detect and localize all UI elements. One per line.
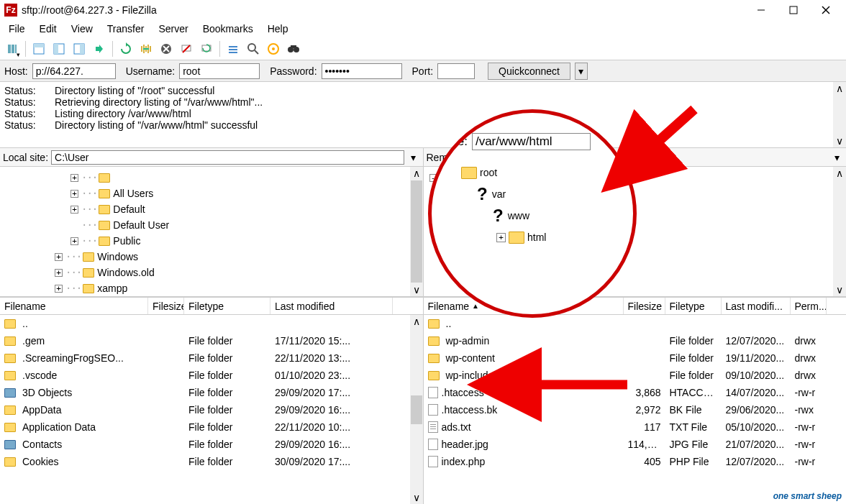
tree-item[interactable]: ?www (481, 205, 629, 226)
column-header[interactable]: Filetype (184, 298, 270, 314)
file-row[interactable]: 3D ObjectsFile folder29/09/2020 17:... (0, 384, 423, 401)
local-site-input[interactable] (51, 150, 404, 165)
port-input[interactable] (437, 63, 475, 79)
username-input[interactable] (179, 63, 260, 79)
close-button[interactable] (809, 0, 842, 20)
host-input[interactable] (32, 63, 116, 79)
toggle-log-icon[interactable] (29, 40, 48, 58)
port-label: Port: (412, 65, 434, 77)
file-row[interactable]: .htaccess3,868HTACCE...14/07/2020...-rw-… (424, 384, 847, 401)
remote-site-dropdown[interactable]: ▾ (830, 152, 843, 163)
menu-file[interactable]: File (3, 22, 31, 36)
file-row[interactable]: .ScreamingFrogSEO...File folder22/11/202… (0, 349, 423, 367)
folder-icon (4, 423, 16, 432)
file-row[interactable]: .. (0, 315, 423, 332)
file-row[interactable]: wp-contentFile folder19/11/2020...drwx (424, 349, 847, 367)
reconnect-icon[interactable] (197, 40, 216, 58)
file-row[interactable]: ads.txt117TXT File05/10/2020...-rw-r (424, 418, 847, 436)
tree-item[interactable]: ?var (465, 183, 629, 205)
file-type: HTACCE... (665, 387, 722, 398)
minimize-button[interactable] (745, 0, 777, 20)
file-row[interactable]: AppDataFile folder29/09/2020 16:... (0, 401, 423, 418)
local-list-scrollbar[interactable]: ∧∨ (410, 315, 423, 504)
file-type: File folder (184, 404, 270, 416)
tree-item[interactable]: root (449, 162, 629, 183)
magnifier-path-input[interactable] (472, 133, 591, 150)
password-input[interactable] (322, 63, 402, 79)
quickconnect-button[interactable]: Quickconnect (488, 63, 570, 80)
folder-icon (83, 284, 94, 293)
status-label: Status: (4, 85, 55, 96)
local-site-dropdown[interactable]: ▾ (407, 152, 420, 163)
column-header[interactable]: Last modifi... (722, 298, 791, 314)
maximize-button[interactable] (777, 0, 809, 20)
file-type: File folder (184, 439, 270, 450)
refresh-icon[interactable] (117, 40, 135, 58)
file-row[interactable]: ContactsFile folder29/09/2020 16:... (0, 436, 423, 453)
tree-item[interactable]: +···Windows (55, 249, 422, 265)
remote-tree-scrollbar[interactable]: ∧∨ (833, 167, 846, 296)
file-row[interactable]: .. (424, 315, 847, 332)
file-row[interactable]: header.jpg114,854JPG File21/07/2020...-r… (424, 436, 847, 453)
site-manager-icon[interactable]: ▾ (3, 40, 22, 58)
column-header[interactable]: Perm... (791, 298, 827, 314)
column-header[interactable]: Filesize (624, 298, 665, 314)
local-pane: Local site: ▾ +···+···All Users+···Defau… (0, 148, 424, 296)
file-row[interactable]: CookiesFile folder30/09/2020 17:... (0, 453, 423, 470)
menu-transfer[interactable]: Transfer (101, 22, 150, 36)
file-name: ads.txt (442, 421, 471, 433)
svg-line-29 (646, 109, 694, 152)
local-tree-scrollbar[interactable]: ∧∨ (410, 167, 423, 296)
tree-item[interactable]: +···All Users (70, 185, 422, 201)
folder-icon (4, 371, 16, 380)
search-icon[interactable] (244, 40, 263, 58)
menu-view[interactable]: View (65, 22, 99, 36)
compare-icon[interactable] (264, 40, 283, 58)
local-file-list: FilenameFilesizeFiletypeLast modified ..… (0, 298, 424, 504)
tree-item[interactable]: +···Windows.old (55, 265, 422, 280)
tree-item[interactable]: ···Default User (70, 217, 422, 233)
file-icon (428, 387, 438, 398)
file-row[interactable]: Application DataFile folder22/11/2020 10… (0, 418, 423, 436)
file-row[interactable]: .vscodeFile folder01/10/2020 23:... (0, 367, 423, 384)
process-queue-icon[interactable] (137, 40, 155, 58)
file-modified: 22/11/2020 10:... (270, 421, 393, 433)
tree-item[interactable]: +···Public (70, 233, 422, 249)
title-bar: Fz sftp://root@64.227.3 - FileZilla (0, 0, 846, 20)
log-scrollbar[interactable]: ∧∨ (833, 82, 846, 147)
file-row[interactable]: wp-adminFile folder12/07/2020...drwx (424, 332, 847, 349)
folder-icon (4, 457, 16, 467)
menu-server[interactable]: Server (153, 22, 194, 36)
column-header[interactable]: Filename (0, 298, 148, 314)
menu-bookmarks[interactable]: Bookmarks (197, 22, 259, 36)
filter-icon[interactable] (224, 40, 242, 58)
quickconnect-dropdown[interactable]: ▾ (575, 63, 588, 80)
column-header[interactable]: Filesize (148, 298, 184, 314)
column-header[interactable]: Filetype (665, 298, 722, 314)
toggle-remote-tree-icon[interactable] (70, 40, 88, 58)
tree-item[interactable]: +html (496, 226, 629, 248)
svg-rect-12 (80, 44, 84, 54)
tree-item[interactable]: +··· (70, 170, 422, 185)
file-row[interactable]: .htaccess.bk2,972BK File29/06/2020...-rw… (424, 401, 847, 418)
file-row[interactable]: .gemFile folder17/11/2020 15:... (0, 332, 423, 349)
folder-icon (83, 268, 94, 278)
local-tree[interactable]: +···+···All Users+···Default···Default U… (0, 167, 423, 296)
binoculars-icon[interactable] (284, 40, 303, 58)
tree-item[interactable]: +···xampp (55, 280, 422, 296)
file-row[interactable]: wp-includesFile folder09/10/2020...drwx (424, 367, 847, 384)
file-icon (428, 421, 438, 433)
menu-edit[interactable]: Edit (34, 22, 63, 36)
local-list-header[interactable]: FilenameFilesizeFiletypeLast modified (0, 298, 423, 315)
file-row[interactable]: index.php405PHP File12/07/2020...-rw-r (424, 453, 847, 470)
file-modified: 12/07/2020... (722, 456, 791, 467)
file-modified: 22/11/2020 13:... (270, 352, 393, 364)
cancel-icon[interactable] (157, 40, 176, 58)
disconnect-icon[interactable] (177, 40, 196, 58)
status-label: Status: (4, 96, 55, 108)
menu-help[interactable]: Help (262, 22, 294, 36)
tree-item[interactable]: +···Default (70, 201, 422, 217)
toggle-local-tree-icon[interactable] (50, 40, 68, 58)
column-header[interactable]: Last modified (270, 298, 393, 314)
toggle-queue-icon[interactable] (90, 40, 109, 58)
